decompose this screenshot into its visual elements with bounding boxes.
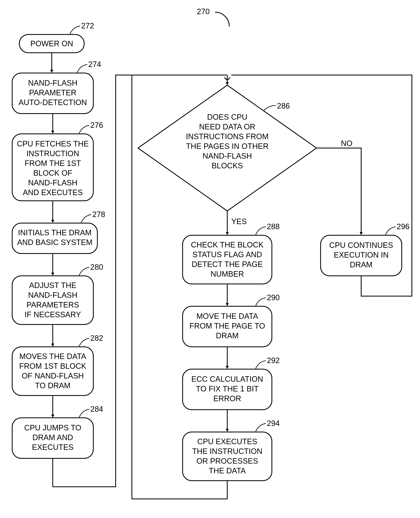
ref-296: 296	[397, 222, 409, 231]
ref-280: 280	[90, 263, 103, 271]
ref-282: 282	[90, 334, 103, 342]
ref-274: 274	[88, 60, 101, 68]
label-l4: NUMBER	[211, 270, 244, 278]
node-290-move-page-dram: MOVE THE DATA FROM THE PAGE TO DRAM 290	[183, 293, 280, 347]
label-l2: THE INSTRUCTION	[192, 447, 262, 456]
label-l2: FROM THE PAGE TO	[189, 322, 265, 330]
label-l3: PARAMETERS	[26, 301, 79, 309]
node-278-init-dram: INITIALS THE DRAM AND BASIC SYSTEM 278	[12, 210, 105, 253]
label-l3: ERROR	[213, 394, 241, 403]
label-l6: BLOCKS	[212, 162, 243, 170]
node-288-check-block-status: CHECK THE BLOCK STATUS FLAG AND DETECT T…	[183, 222, 280, 284]
label-l3: DETECT THE PAGE	[192, 260, 263, 268]
ref-278: 278	[92, 210, 105, 219]
label-l3: OR PROCESSES	[196, 457, 258, 465]
ref-292: 292	[267, 356, 280, 365]
label-l6: AND EXECUTES	[23, 188, 83, 197]
label-l1: CPU FETCHES THE	[17, 140, 89, 148]
node-294-cpu-executes: CPU EXECUTES THE INSTRUCTION OR PROCESSE…	[183, 419, 280, 481]
label-l2: TO FIX THE 1 BIT	[196, 385, 259, 393]
node-284-cpu-jumps: CPU JUMPS TO DRAM AND EXECUTES 284	[12, 405, 103, 458]
ref-272: 272	[81, 22, 94, 30]
node-282-move-1st-block: MOVES THE DATA FROM 1ST BLOCK OF NAND-FL…	[12, 334, 103, 395]
label-l3: INSTRUCTIONS FROM	[186, 132, 269, 141]
flowchart: 270 POWER ON 272 NAND-FLASH PARAMETER AU…	[0, 0, 420, 518]
label-l4: TO DRAM	[35, 381, 71, 390]
label-l3: EXECUTES	[32, 443, 74, 451]
node-292-ecc: ECC CALCULATION TO FIX THE 1 BIT ERROR 2…	[183, 356, 280, 410]
label-l1: CPU CONTINUES	[329, 241, 393, 250]
label-l3: OF NAND-FLASH	[22, 371, 84, 380]
label-l1: MOVES THE DATA	[19, 352, 86, 361]
label-l5: NAND-FLASH	[203, 152, 252, 160]
label-l4: IF NECESSARY	[24, 310, 81, 319]
svg-line-24	[227, 77, 230, 80]
label-l1: CHECK THE BLOCK	[191, 241, 263, 249]
label-l2: NAND-FLASH	[28, 291, 77, 299]
label-l2: STATUS FLAG AND	[193, 250, 262, 259]
label-l1: ADJUST THE	[29, 281, 76, 290]
ref-276: 276	[90, 121, 103, 129]
label-l5: NAND-FLASH	[28, 178, 77, 187]
svg-line-23	[225, 77, 227, 80]
label-l2: INSTRUCTION	[26, 149, 79, 158]
label-l4: THE DATA	[209, 466, 246, 475]
label-l2: FROM 1ST BLOCK	[19, 362, 86, 370]
label-l3: FROM THE 1ST	[24, 159, 81, 168]
label-l3: DRAM	[350, 260, 373, 269]
label-l1: NAND-FLASH	[28, 79, 77, 87]
ref-284: 284	[90, 405, 103, 413]
label-l4: BLOCK OF	[33, 169, 72, 177]
node-280-adjust-params: ADJUST THE NAND-FLASH PARAMETERS IF NECE…	[12, 263, 103, 325]
label-l2: DRAM AND	[32, 433, 73, 442]
label-l3: AUTO-DETECTION	[18, 98, 87, 107]
ref-286: 286	[277, 102, 290, 110]
label-l2: AND BASIC SYSTEM	[17, 238, 92, 247]
label-l1: INITIALS THE DRAM	[18, 228, 91, 237]
label-l1: CPU EXECUTES	[197, 437, 257, 446]
edge-yes: YES	[231, 217, 247, 226]
ref-294: 294	[267, 419, 280, 428]
node-272-power-on: POWER ON 272	[19, 22, 94, 53]
label-l1: ECC CALCULATION	[191, 375, 263, 383]
label-l1: DOES CPU	[207, 113, 247, 121]
ref-290: 290	[267, 293, 280, 302]
label-l2: NEED DATA OR	[199, 123, 255, 131]
ref-288: 288	[267, 222, 280, 231]
label-l2: PARAMETER	[29, 89, 76, 97]
label-l2: EXECUTION IN	[334, 251, 389, 259]
label-l4: THE PAGES IN OTHER	[186, 142, 269, 150]
node-276-cpu-fetch: CPU FETCHES THE INSTRUCTION FROM THE 1ST…	[12, 121, 103, 201]
label-l3: DRAM	[216, 331, 239, 340]
node-296-cpu-continues: CPU CONTINUES EXECUTION IN DRAM 296	[321, 222, 409, 276]
diagram-ref: 270	[197, 7, 210, 16]
node-274-nand-flash-auto-detect: NAND-FLASH PARAMETER AUTO-DETECTION 274	[12, 60, 101, 114]
label: POWER ON	[30, 39, 73, 48]
label-l1: MOVE THE DATA	[196, 312, 258, 320]
edge-no: NO	[341, 139, 352, 148]
label-l1: CPU JUMPS TO	[24, 423, 81, 432]
node-286-decision: DOES CPU NEED DATA OR INSTRUCTIONS FROM …	[138, 85, 316, 211]
